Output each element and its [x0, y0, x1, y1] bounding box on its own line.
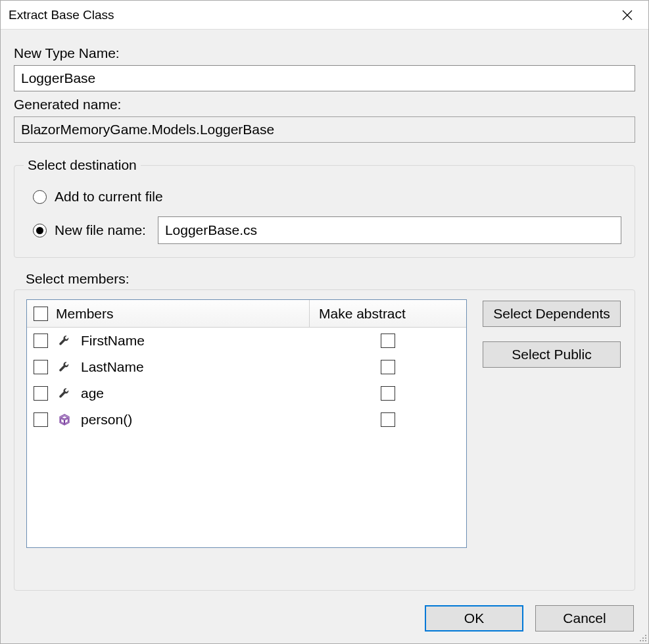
cell-members: LastName: [27, 359, 310, 375]
abstract-checkbox[interactable]: [381, 360, 395, 374]
row-checkbox[interactable]: [34, 360, 48, 374]
select-members-legend: Select members:: [26, 271, 635, 287]
radio-icon: [33, 224, 47, 237]
abstract-checkbox[interactable]: [381, 386, 395, 401]
radio-label: Add to current file: [55, 189, 163, 205]
header-checkbox[interactable]: [34, 307, 48, 321]
radio-icon: [33, 190, 47, 204]
select-members-section: Select members: Members Make abstract Fi…: [14, 258, 635, 591]
members-grid: Members Make abstract FirstNameLastNamea…: [26, 299, 467, 548]
dialog-buttons: OK Cancel: [1, 595, 648, 643]
wrench-icon: [58, 334, 71, 347]
svg-point-5: [640, 640, 641, 641]
cell-abstract: [310, 412, 466, 427]
cell-members: FirstName: [27, 333, 310, 349]
select-members-body: Members Make abstract FirstNameLastNamea…: [14, 289, 635, 591]
member-name: person(): [81, 412, 132, 428]
titlebar: Extract Base Class: [1, 1, 648, 30]
close-button[interactable]: [614, 2, 640, 28]
new-file-name-input[interactable]: [158, 216, 621, 244]
cube-icon: [58, 413, 71, 426]
table-row[interactable]: LastName: [27, 354, 466, 380]
radio-label: New file name:: [55, 222, 146, 238]
select-destination-legend: Select destination: [24, 157, 141, 173]
svg-point-4: [645, 637, 646, 639]
header-members[interactable]: Members: [27, 300, 310, 327]
generated-name-label: Generated name:: [14, 97, 635, 112]
row-checkbox[interactable]: [34, 412, 48, 427]
select-dependents-button[interactable]: Select Dependents: [483, 301, 621, 327]
wrench-icon: [58, 387, 71, 400]
radio-new-file[interactable]: New file name:: [33, 216, 621, 244]
new-type-name-input[interactable]: [14, 65, 635, 91]
close-icon: [622, 10, 633, 20]
svg-point-3: [642, 640, 644, 641]
extract-base-class-dialog: Extract Base Class New Type Name: Genera…: [0, 0, 649, 644]
table-row[interactable]: age: [27, 380, 466, 407]
select-destination-group: Select destination Add to current file N…: [14, 157, 635, 258]
grid-header: Members Make abstract: [27, 300, 466, 328]
generated-name-value: BlazorMemoryGame.Models.LoggerBase: [14, 116, 635, 143]
side-buttons: Select Dependents Select Public: [483, 299, 621, 578]
cell-abstract: [310, 334, 466, 348]
svg-point-2: [645, 640, 646, 641]
table-row[interactable]: person(): [27, 407, 466, 433]
select-public-button[interactable]: Select Public: [483, 341, 621, 368]
member-name: age: [81, 385, 104, 401]
table-row[interactable]: FirstName: [27, 328, 466, 354]
resize-grip-icon[interactable]: [637, 632, 647, 642]
new-type-name-label: New Type Name:: [14, 45, 635, 61]
row-checkbox[interactable]: [34, 386, 48, 401]
row-checkbox[interactable]: [34, 334, 48, 348]
cell-abstract: [310, 360, 466, 374]
svg-point-6: [642, 637, 644, 639]
dialog-title: Extract Base Class: [9, 8, 114, 22]
svg-point-7: [645, 635, 646, 636]
abstract-checkbox[interactable]: [381, 334, 395, 348]
cell-members: person(): [27, 412, 310, 428]
abstract-checkbox[interactable]: [381, 412, 395, 427]
cell-abstract: [310, 386, 466, 401]
member-name: LastName: [81, 359, 144, 375]
radio-add-to-current[interactable]: Add to current file: [33, 189, 621, 205]
ok-button[interactable]: OK: [425, 605, 523, 632]
header-members-label: Members: [56, 306, 114, 322]
wrench-icon: [58, 360, 71, 374]
header-abstract[interactable]: Make abstract: [310, 300, 466, 327]
member-name: FirstName: [81, 333, 145, 349]
cancel-button[interactable]: Cancel: [535, 605, 634, 632]
cell-members: age: [27, 385, 310, 401]
grid-rows: FirstNameLastNameageperson(): [27, 328, 466, 547]
dialog-content: New Type Name: Generated name: BlazorMem…: [1, 30, 648, 595]
header-abstract-label: Make abstract: [319, 306, 406, 322]
